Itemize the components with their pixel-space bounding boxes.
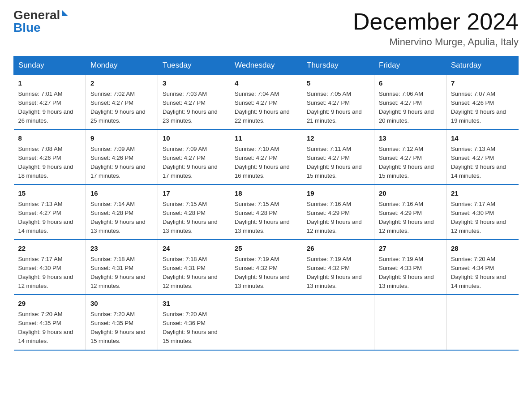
- calendar-week-row: 15Sunrise: 7:13 AMSunset: 4:27 PMDayligh…: [14, 184, 519, 240]
- day-number: 6: [379, 78, 442, 89]
- day-number: 18: [235, 188, 297, 199]
- calendar-cell: 25Sunrise: 7:19 AMSunset: 4:32 PMDayligh…: [230, 240, 302, 295]
- calendar-cell: 10Sunrise: 7:09 AMSunset: 4:27 PMDayligh…: [158, 129, 230, 184]
- calendar-cell: 3Sunrise: 7:03 AMSunset: 4:27 PMDaylight…: [158, 75, 230, 130]
- header-cell-sunday: Sunday: [14, 56, 86, 75]
- calendar-cell: 9Sunrise: 7:09 AMSunset: 4:26 PMDaylight…: [86, 129, 158, 184]
- day-info: Sunrise: 7:19 AMSunset: 4:32 PMDaylight:…: [307, 255, 369, 291]
- day-info: Sunrise: 7:09 AMSunset: 4:27 PMDaylight:…: [163, 145, 225, 181]
- calendar-header: SundayMondayTuesdayWednesdayThursdayFrid…: [14, 56, 519, 75]
- day-number: 11: [235, 133, 297, 144]
- calendar-cell: 29Sunrise: 7:20 AMSunset: 4:35 PMDayligh…: [14, 295, 86, 350]
- day-info: Sunrise: 7:16 AMSunset: 4:29 PMDaylight:…: [379, 200, 442, 236]
- day-number: 21: [451, 188, 514, 199]
- header-cell-tuesday: Tuesday: [158, 56, 230, 75]
- calendar-cell: 31Sunrise: 7:20 AMSunset: 4:36 PMDayligh…: [158, 295, 230, 350]
- calendar-cell: 26Sunrise: 7:19 AMSunset: 4:32 PMDayligh…: [302, 240, 374, 295]
- day-number: 2: [90, 78, 153, 89]
- day-info: Sunrise: 7:13 AMSunset: 4:27 PMDaylight:…: [18, 200, 82, 236]
- title-block: December 2024 Minervino Murge, Apulia, I…: [353, 9, 519, 48]
- calendar-cell: 18Sunrise: 7:15 AMSunset: 4:28 PMDayligh…: [230, 184, 302, 240]
- calendar-cell: 22Sunrise: 7:17 AMSunset: 4:30 PMDayligh…: [14, 240, 86, 295]
- calendar-cell: 27Sunrise: 7:19 AMSunset: 4:33 PMDayligh…: [374, 240, 446, 295]
- month-title: December 2024: [353, 9, 519, 34]
- calendar-cell: 13Sunrise: 7:12 AMSunset: 4:27 PMDayligh…: [374, 129, 446, 184]
- day-info: Sunrise: 7:20 AMSunset: 4:36 PMDaylight:…: [163, 310, 225, 346]
- day-number: 9: [90, 133, 153, 144]
- header-cell-wednesday: Wednesday: [230, 56, 302, 75]
- calendar-cell: 16Sunrise: 7:14 AMSunset: 4:28 PMDayligh…: [86, 184, 158, 240]
- calendar-cell: [374, 295, 446, 350]
- calendar-cell: 8Sunrise: 7:08 AMSunset: 4:26 PMDaylight…: [14, 129, 86, 184]
- day-number: 28: [451, 244, 514, 254]
- location-title: Minervino Murge, Apulia, Italy: [353, 36, 519, 48]
- day-number: 16: [90, 188, 153, 199]
- day-number: 5: [307, 78, 369, 89]
- header-row: SundayMondayTuesdayWednesdayThursdayFrid…: [14, 56, 519, 75]
- day-info: Sunrise: 7:15 AMSunset: 4:28 PMDaylight:…: [163, 200, 225, 236]
- calendar-week-row: 29Sunrise: 7:20 AMSunset: 4:35 PMDayligh…: [14, 295, 519, 350]
- day-info: Sunrise: 7:20 AMSunset: 4:35 PMDaylight:…: [18, 310, 82, 346]
- day-info: Sunrise: 7:07 AMSunset: 4:26 PMDaylight:…: [451, 90, 514, 126]
- day-number: 27: [379, 244, 442, 254]
- day-info: Sunrise: 7:10 AMSunset: 4:27 PMDaylight:…: [235, 145, 297, 181]
- day-info: Sunrise: 7:20 AMSunset: 4:34 PMDaylight:…: [451, 255, 514, 291]
- calendar-cell: 14Sunrise: 7:13 AMSunset: 4:27 PMDayligh…: [446, 129, 519, 184]
- day-number: 12: [307, 133, 369, 144]
- day-number: 30: [90, 299, 153, 309]
- day-number: 25: [235, 244, 297, 254]
- calendar-cell: 7Sunrise: 7:07 AMSunset: 4:26 PMDaylight…: [446, 75, 519, 130]
- calendar-cell: 19Sunrise: 7:16 AMSunset: 4:29 PMDayligh…: [302, 184, 374, 240]
- day-number: 26: [307, 244, 369, 254]
- calendar-cell: 15Sunrise: 7:13 AMSunset: 4:27 PMDayligh…: [14, 184, 86, 240]
- calendar-cell: 23Sunrise: 7:18 AMSunset: 4:31 PMDayligh…: [86, 240, 158, 295]
- day-number: 7: [451, 78, 514, 89]
- day-info: Sunrise: 7:20 AMSunset: 4:35 PMDaylight:…: [90, 310, 153, 346]
- calendar-cell: 17Sunrise: 7:15 AMSunset: 4:28 PMDayligh…: [158, 184, 230, 240]
- header-cell-thursday: Thursday: [302, 56, 374, 75]
- day-number: 23: [90, 244, 153, 254]
- day-number: 20: [379, 188, 442, 199]
- day-number: 31: [163, 299, 225, 309]
- day-number: 14: [451, 133, 514, 144]
- day-info: Sunrise: 7:03 AMSunset: 4:27 PMDaylight:…: [163, 90, 225, 126]
- day-info: Sunrise: 7:14 AMSunset: 4:28 PMDaylight:…: [90, 200, 153, 236]
- calendar-cell: 24Sunrise: 7:18 AMSunset: 4:31 PMDayligh…: [158, 240, 230, 295]
- day-info: Sunrise: 7:19 AMSunset: 4:32 PMDaylight:…: [235, 255, 297, 291]
- header-cell-monday: Monday: [86, 56, 158, 75]
- calendar-cell: 21Sunrise: 7:17 AMSunset: 4:30 PMDayligh…: [446, 184, 519, 240]
- calendar-cell: 30Sunrise: 7:20 AMSunset: 4:35 PMDayligh…: [86, 295, 158, 350]
- day-number: 22: [18, 244, 82, 254]
- day-info: Sunrise: 7:13 AMSunset: 4:27 PMDaylight:…: [451, 145, 514, 181]
- logo-general: General: [13, 9, 60, 21]
- day-info: Sunrise: 7:11 AMSunset: 4:27 PMDaylight:…: [307, 145, 369, 181]
- day-info: Sunrise: 7:18 AMSunset: 4:31 PMDaylight:…: [163, 255, 225, 291]
- calendar-cell: 11Sunrise: 7:10 AMSunset: 4:27 PMDayligh…: [230, 129, 302, 184]
- day-number: 1: [18, 78, 82, 89]
- day-info: Sunrise: 7:15 AMSunset: 4:28 PMDaylight:…: [235, 200, 297, 236]
- day-number: 29: [18, 299, 82, 309]
- calendar-cell: 1Sunrise: 7:01 AMSunset: 4:27 PMDaylight…: [14, 75, 86, 130]
- day-number: 10: [163, 133, 225, 144]
- calendar-cell: [302, 295, 374, 350]
- calendar-week-row: 8Sunrise: 7:08 AMSunset: 4:26 PMDaylight…: [14, 129, 519, 184]
- header-cell-saturday: Saturday: [446, 56, 519, 75]
- day-info: Sunrise: 7:09 AMSunset: 4:26 PMDaylight:…: [90, 145, 153, 181]
- day-info: Sunrise: 7:18 AMSunset: 4:31 PMDaylight:…: [90, 255, 153, 291]
- day-info: Sunrise: 7:01 AMSunset: 4:27 PMDaylight:…: [18, 90, 82, 126]
- day-number: 15: [18, 188, 82, 199]
- calendar-cell: 5Sunrise: 7:05 AMSunset: 4:27 PMDaylight…: [302, 75, 374, 130]
- calendar-cell: 2Sunrise: 7:02 AMSunset: 4:27 PMDaylight…: [86, 75, 158, 130]
- day-info: Sunrise: 7:17 AMSunset: 4:30 PMDaylight:…: [451, 200, 514, 236]
- header-cell-friday: Friday: [374, 56, 446, 75]
- day-info: Sunrise: 7:17 AMSunset: 4:30 PMDaylight:…: [18, 255, 82, 291]
- calendar-week-row: 1Sunrise: 7:01 AMSunset: 4:27 PMDaylight…: [14, 75, 519, 130]
- day-info: Sunrise: 7:19 AMSunset: 4:33 PMDaylight:…: [379, 255, 442, 291]
- day-number: 17: [163, 188, 225, 199]
- day-info: Sunrise: 7:02 AMSunset: 4:27 PMDaylight:…: [90, 90, 153, 126]
- page-header: General Blue December 2024 Minervino Mur…: [13, 9, 519, 48]
- day-info: Sunrise: 7:06 AMSunset: 4:27 PMDaylight:…: [379, 90, 442, 126]
- day-info: Sunrise: 7:16 AMSunset: 4:29 PMDaylight:…: [307, 200, 369, 236]
- calendar-cell: 6Sunrise: 7:06 AMSunset: 4:27 PMDaylight…: [374, 75, 446, 130]
- calendar-cell: [446, 295, 519, 350]
